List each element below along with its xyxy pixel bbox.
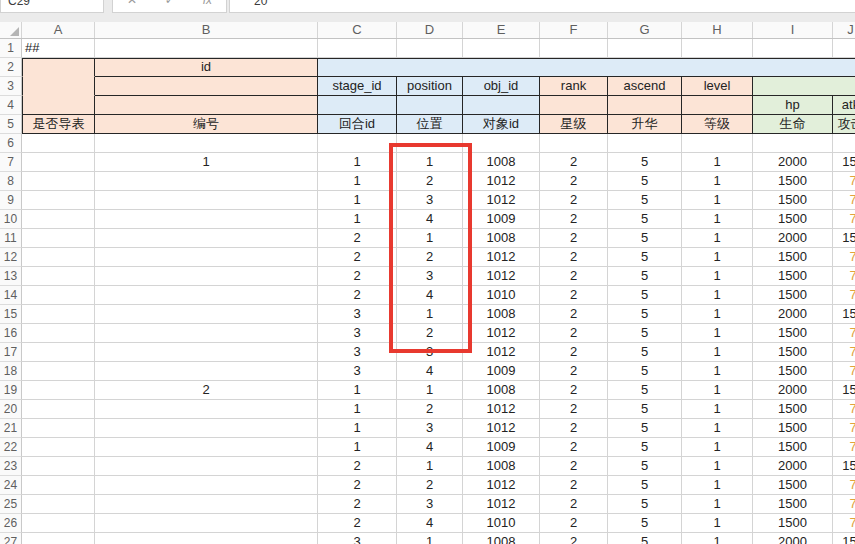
cell-A24[interactable]	[22, 476, 95, 495]
cell-J24[interactable]: 75	[833, 476, 855, 495]
cell-I18[interactable]: 1500	[753, 362, 833, 381]
cell-E17[interactable]: 1012	[463, 343, 540, 362]
cell-E26[interactable]: 1010	[463, 514, 540, 533]
cell-C27[interactable]: 3	[318, 533, 397, 544]
cell-A17[interactable]	[22, 343, 95, 362]
cell-H14[interactable]: 1	[682, 286, 753, 305]
cell-F18[interactable]: 2	[540, 362, 608, 381]
cell-E14[interactable]: 1010	[463, 286, 540, 305]
column-header-J[interactable]: J	[833, 22, 855, 38]
cell-E10[interactable]: 1009	[463, 210, 540, 229]
cell-H22[interactable]: 1	[682, 438, 753, 457]
cell-C19[interactable]: 1	[318, 381, 397, 400]
cell-J20[interactable]: 75	[833, 400, 855, 419]
row-header-23[interactable]: 23	[0, 457, 22, 476]
cell-G8[interactable]: 5	[608, 172, 682, 191]
cell-I6[interactable]	[753, 134, 833, 153]
row-header-15[interactable]: 15	[0, 305, 22, 324]
cell-E3[interactable]: obj_id	[463, 77, 540, 96]
cell-B6[interactable]	[95, 134, 318, 153]
cell-D6[interactable]	[397, 134, 463, 153]
cell-B26[interactable]	[95, 514, 318, 533]
cell-H3[interactable]: level	[682, 77, 753, 96]
cell-D17[interactable]: 3	[397, 343, 463, 362]
cell-I21[interactable]: 1500	[753, 419, 833, 438]
cell-H12[interactable]: 1	[682, 248, 753, 267]
row-header-24[interactable]: 24	[0, 476, 22, 495]
cell-E18[interactable]: 1009	[463, 362, 540, 381]
cell-I12[interactable]: 1500	[753, 248, 833, 267]
cell-J21[interactable]: 75	[833, 419, 855, 438]
cell-A3[interactable]	[22, 77, 95, 96]
cell-C20[interactable]: 1	[318, 400, 397, 419]
row-header-14[interactable]: 14	[0, 286, 22, 305]
cell-E8[interactable]: 1012	[463, 172, 540, 191]
cell-C25[interactable]: 2	[318, 495, 397, 514]
cell-D14[interactable]: 4	[397, 286, 463, 305]
cell-H18[interactable]: 1	[682, 362, 753, 381]
cell-G10[interactable]: 5	[608, 210, 682, 229]
cell-G3[interactable]: ascend	[608, 77, 682, 96]
cell-D16[interactable]: 2	[397, 324, 463, 343]
cell-H20[interactable]: 1	[682, 400, 753, 419]
cell-C10[interactable]: 1	[318, 210, 397, 229]
cell-J7[interactable]: 150	[833, 153, 855, 172]
cell-F13[interactable]: 2	[540, 267, 608, 286]
name-box[interactable]: C29	[0, 0, 104, 13]
cell-J26[interactable]: 75	[833, 514, 855, 533]
cell-C5[interactable]: 回合id	[318, 115, 397, 134]
cell-H26[interactable]: 1	[682, 514, 753, 533]
cell-J9[interactable]: 75	[833, 191, 855, 210]
cell-G11[interactable]: 5	[608, 229, 682, 248]
column-header-F[interactable]: F	[540, 22, 608, 38]
cell-D25[interactable]: 3	[397, 495, 463, 514]
cell-B27[interactable]	[95, 533, 318, 544]
cell-G6[interactable]	[608, 134, 682, 153]
cell-J19[interactable]: 150	[833, 381, 855, 400]
cell-C13[interactable]: 2	[318, 267, 397, 286]
row-header-8[interactable]: 8	[0, 172, 22, 191]
cell-B13[interactable]	[95, 267, 318, 286]
cell-F14[interactable]: 2	[540, 286, 608, 305]
cell-B20[interactable]	[95, 400, 318, 419]
cell-B2[interactable]: id	[95, 58, 318, 77]
row-header-5[interactable]: 5	[0, 115, 22, 134]
cell-I23[interactable]: 2000	[753, 457, 833, 476]
cell-E9[interactable]: 1012	[463, 191, 540, 210]
cell-F1[interactable]	[540, 39, 608, 58]
cell-D26[interactable]: 4	[397, 514, 463, 533]
cell-E11[interactable]: 1008	[463, 229, 540, 248]
cell-G26[interactable]: 5	[608, 514, 682, 533]
column-header-I[interactable]: I	[753, 22, 833, 38]
cell-B1[interactable]	[95, 39, 318, 58]
cell-G20[interactable]: 5	[608, 400, 682, 419]
cell-J27[interactable]: 150	[833, 533, 855, 544]
cell-D10[interactable]: 4	[397, 210, 463, 229]
cell-I8[interactable]: 1500	[753, 172, 833, 191]
cell-F16[interactable]: 2	[540, 324, 608, 343]
cell-J18[interactable]: 75	[833, 362, 855, 381]
cell-A22[interactable]	[22, 438, 95, 457]
cell-G18[interactable]: 5	[608, 362, 682, 381]
cell-H7[interactable]: 1	[682, 153, 753, 172]
cell-J14[interactable]: 75	[833, 286, 855, 305]
cell-I5[interactable]: 生命	[753, 115, 833, 134]
cell-B14[interactable]	[95, 286, 318, 305]
cell-F27[interactable]: 2	[540, 533, 608, 544]
cell-D20[interactable]: 2	[397, 400, 463, 419]
cell-A5[interactable]: 是否导表	[22, 115, 95, 134]
cell-A13[interactable]	[22, 267, 95, 286]
cell-J5[interactable]: 攻击	[833, 115, 855, 134]
cell-B15[interactable]	[95, 305, 318, 324]
cell-A7[interactable]	[22, 153, 95, 172]
cell-E5[interactable]: 对象id	[463, 115, 540, 134]
cancel-icon[interactable]: ✕	[127, 0, 137, 7]
cell-D4[interactable]	[397, 96, 463, 115]
cell-A8[interactable]	[22, 172, 95, 191]
cell-F9[interactable]: 2	[540, 191, 608, 210]
cell-A23[interactable]	[22, 457, 95, 476]
cell-A1[interactable]: ##	[22, 39, 95, 58]
cell-C24[interactable]: 2	[318, 476, 397, 495]
cell-E20[interactable]: 1012	[463, 400, 540, 419]
cell-E25[interactable]: 1012	[463, 495, 540, 514]
